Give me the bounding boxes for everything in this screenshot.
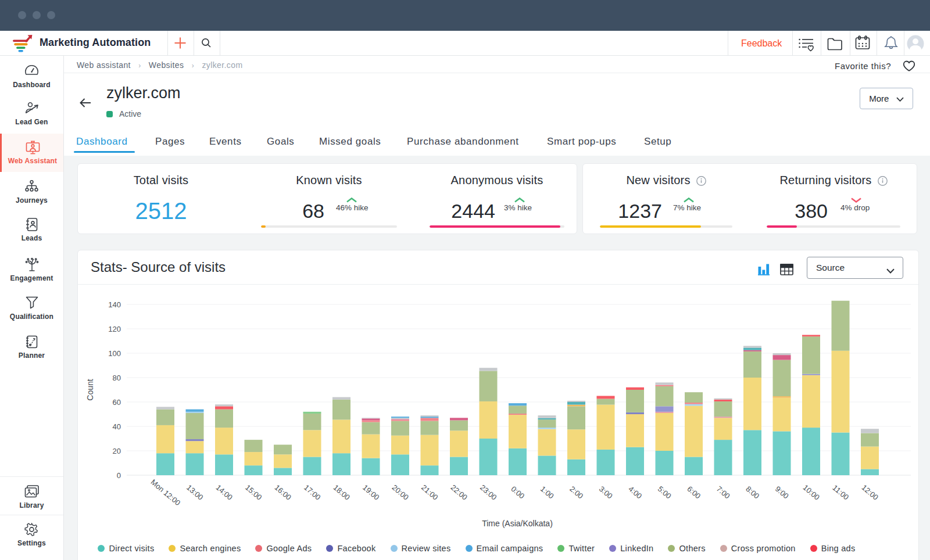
- svg-text:21:00: 21:00: [420, 483, 440, 501]
- svg-text:14:00: 14:00: [214, 483, 235, 501]
- svg-text:80: 80: [113, 374, 121, 382]
- svg-text:100: 100: [108, 349, 121, 358]
- svg-text:12:00: 12:00: [860, 483, 881, 501]
- svg-text:18:00: 18:00: [332, 483, 352, 501]
- svg-text:120: 120: [108, 325, 121, 333]
- svg-text:9:00: 9:00: [774, 484, 791, 501]
- svg-text:Mon 12:00: Mon 12:00: [149, 478, 182, 507]
- svg-text:8:00: 8:00: [744, 484, 761, 501]
- svg-text:40: 40: [113, 422, 121, 431]
- svg-text:2:00: 2:00: [568, 484, 585, 501]
- svg-text:11:00: 11:00: [831, 483, 850, 502]
- svg-text:13:00: 13:00: [185, 483, 205, 501]
- svg-text:20:00: 20:00: [391, 483, 411, 501]
- svg-text:60: 60: [113, 398, 121, 407]
- svg-text:140: 140: [108, 300, 121, 309]
- svg-text:5:00: 5:00: [656, 484, 673, 501]
- svg-text:15:00: 15:00: [244, 483, 264, 501]
- svg-text:0: 0: [117, 471, 121, 480]
- svg-text:10:00: 10:00: [802, 483, 822, 501]
- svg-text:Time (Asia/Kolkata): Time (Asia/Kolkata): [482, 519, 553, 528]
- svg-text:22:00: 22:00: [449, 483, 470, 501]
- svg-text:3:00: 3:00: [598, 484, 614, 501]
- svg-text:23:00: 23:00: [478, 483, 499, 501]
- svg-text:0:00: 0:00: [509, 484, 526, 501]
- svg-text:16:00: 16:00: [273, 483, 294, 501]
- svg-text:17:00: 17:00: [302, 483, 323, 501]
- svg-text:1:00: 1:00: [539, 484, 556, 501]
- svg-text:19:00: 19:00: [361, 483, 381, 501]
- svg-text:Count: Count: [85, 379, 95, 400]
- svg-text:6:00: 6:00: [685, 484, 702, 501]
- svg-text:20: 20: [113, 447, 121, 455]
- svg-text:4:00: 4:00: [627, 484, 643, 501]
- svg-text:7:00: 7:00: [715, 484, 732, 501]
